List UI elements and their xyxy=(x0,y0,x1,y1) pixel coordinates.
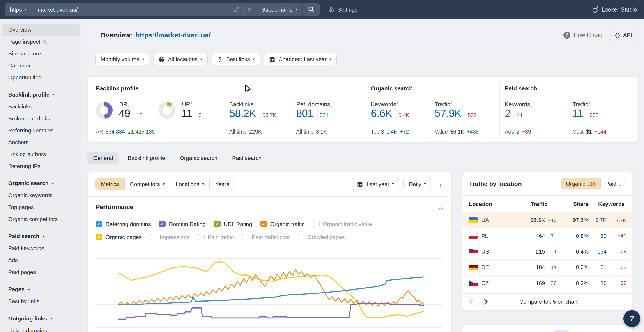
tab-organic-search[interactable]: Organic search xyxy=(174,152,223,164)
organic-value-line: Value $6.1K +438 xyxy=(434,128,479,135)
ref-domains-value[interactable]: 801 xyxy=(296,107,313,120)
divider xyxy=(243,6,244,13)
changes-filter-button[interactable]: Changes: Last year ▾ xyxy=(264,53,337,66)
flag-us-icon xyxy=(469,249,478,255)
api-button[interactable]: {} API xyxy=(610,29,638,41)
collapse-section-icon[interactable] xyxy=(438,205,443,212)
sidebar-section-outgoing-links[interactable]: Outgoing links▲ xyxy=(0,312,82,324)
sidebar-item-anchors[interactable]: Anchors xyxy=(0,136,82,148)
paid-traffic-value[interactable]: 11 xyxy=(572,107,583,120)
metric-legend-row-1: ✓Referring domains ✓Domain Rating ✓URL R… xyxy=(96,220,372,228)
sidebar-item-calendar[interactable]: Calendar xyxy=(0,60,82,72)
organic-keywords-by-intent-card: Organic keywords by intent Beta xyxy=(462,324,632,332)
location-row[interactable]: UA 56.5K +41 97.6% 5.7K −4.7K xyxy=(462,212,632,228)
paid-keywords-value[interactable]: 2 xyxy=(505,107,510,120)
ar-value[interactable]: 834,884 xyxy=(106,128,125,135)
protocol-dropdown[interactable]: https ▾ xyxy=(4,3,32,16)
checkbox-organic-traffic-value[interactable]: Organic traffic value xyxy=(313,220,372,227)
sidebar-item-site-structure[interactable]: Site structure xyxy=(0,48,82,60)
sidebar-item-ads[interactable]: Ads xyxy=(0,254,82,266)
open-external-icon[interactable] xyxy=(233,6,239,12)
location-row[interactable]: DE 184 −84 0.3% 61 −63 xyxy=(462,260,632,275)
scope-dropdown[interactable]: Subdomains ▾ xyxy=(256,3,302,16)
segment-competitors[interactable]: Competitors▾ xyxy=(124,178,170,190)
sidebar-item-best-by-links[interactable]: Best by links xyxy=(0,296,82,308)
settings-button[interactable]: ⚙ Settings xyxy=(329,6,358,14)
backlinks-value[interactable]: 58.2K xyxy=(229,107,256,120)
menu-icon[interactable]: ☰ xyxy=(90,31,96,39)
checkbox-crawled-pages[interactable]: Crawled pages xyxy=(298,234,345,240)
chevron-down-icon: ▾ xyxy=(424,182,426,186)
granularity-button[interactable]: Daily ▾ xyxy=(404,178,431,190)
toggle-paid[interactable]: Paid 1 xyxy=(600,178,626,189)
paid-search-section-title: Paid search xyxy=(505,85,537,92)
sidebar-item-top-pages[interactable]: Top pages xyxy=(0,202,82,213)
calendar-icon xyxy=(269,56,275,62)
location-row[interactable]: PL 464 +9 0.8% 60 −41 xyxy=(462,228,632,244)
tab-paid-search[interactable]: Paid search xyxy=(226,152,267,164)
prev-page-icon[interactable] xyxy=(469,298,473,305)
help-fab-button[interactable]: ? xyxy=(624,310,640,327)
checkbox-paid-traffic[interactable]: Paid traffic xyxy=(198,234,234,240)
checkbox-url-rating[interactable]: ✓URL Rating xyxy=(214,220,252,227)
chart-controls: Metrics Competitors▾ Locations▾ Years La… xyxy=(96,178,444,190)
sidebar-item-page-inspect[interactable]: Page inspect xyxy=(0,36,82,48)
target-url-link[interactable]: https://market-dveri.ua/ xyxy=(136,31,210,39)
sidebar-section-backlink-profile[interactable]: Backlink profile▲ xyxy=(0,89,82,100)
sidebar-item-linked-domains[interactable]: Linked domains xyxy=(0,324,82,332)
segment-years[interactable]: Years xyxy=(210,178,234,190)
next-page-icon[interactable] xyxy=(484,298,488,305)
sidebar-item-referring-domains[interactable]: Referring domains xyxy=(0,124,82,136)
search-button[interactable] xyxy=(302,3,320,16)
metric-legend-row-2: ✓Organic pages Impressions Paid traffic … xyxy=(96,233,344,241)
organic-traffic-value[interactable]: 57.9K xyxy=(434,107,461,120)
sidebar-item-backlinks[interactable]: Backlinks xyxy=(0,100,82,112)
clear-url-icon[interactable] xyxy=(247,7,252,12)
settings-label: Settings xyxy=(338,6,358,12)
tab-backlink-profile[interactable]: Backlink profile xyxy=(122,152,171,164)
sidebar-item-paid-keywords[interactable]: Paid keywords xyxy=(0,242,82,254)
tab-general[interactable]: General xyxy=(88,152,118,164)
target-url-input[interactable]: market-dveri.ua/ xyxy=(32,3,256,16)
sidebar-item-paid-pages[interactable]: Paid pages xyxy=(0,266,82,278)
segment-metrics[interactable]: Metrics xyxy=(96,178,124,190)
checkbox-organic-pages[interactable]: ✓Organic pages xyxy=(96,234,142,240)
checkbox-icon: ✓ xyxy=(214,220,220,227)
sidebar-section-organic-search[interactable]: Organic search▲ xyxy=(0,178,82,190)
sidebar-item-referring-ips[interactable]: Referring IPs xyxy=(0,160,82,172)
paid-ads-line: Ads 2 −39 xyxy=(505,128,531,135)
volume-filter-button[interactable]: Monthly volume ▾ xyxy=(96,53,150,66)
sidebar-item-broken-backlinks[interactable]: Broken backlinks xyxy=(0,112,82,124)
checkbox-organic-traffic[interactable]: ✓Organic traffic xyxy=(260,220,305,227)
locations-filter-button[interactable]: All locations ▾ xyxy=(153,53,208,66)
checkbox-icon xyxy=(313,220,319,227)
checkbox-paid-traffic-cost[interactable]: Paid traffic cost xyxy=(242,234,290,240)
sidebar-section-pages[interactable]: Pages▲ xyxy=(0,284,82,296)
best-links-filter-button[interactable]: Best links ▾ xyxy=(211,53,260,66)
segment-locations[interactable]: Locations▾ xyxy=(170,178,210,190)
period-button[interactable]: Last year ▾ xyxy=(352,178,399,190)
organic-keywords-value[interactable]: 6.6K xyxy=(371,107,392,120)
sidebar-item-overview[interactable]: Overview xyxy=(2,24,80,36)
checkbox-referring-domains[interactable]: ✓Referring domains xyxy=(96,220,151,227)
sidebar-section-paid-search[interactable]: Paid search▲ xyxy=(0,230,82,242)
compare-top5-link[interactable]: Compare top 5 on chart xyxy=(488,298,626,305)
backlinks-delta: +53.7K xyxy=(259,112,276,118)
collapse-triangle-icon: ▲ xyxy=(52,182,54,184)
more-options-icon[interactable]: ⋮ xyxy=(437,181,444,188)
looker-studio-button[interactable]: Looker Studio xyxy=(592,6,637,13)
url-control: https ▾ market-dveri.ua/ Subdomains ▾ xyxy=(4,3,320,16)
toggle-organic[interactable]: Organic 116 xyxy=(561,178,600,189)
looker-studio-label: Looker Studio xyxy=(602,6,637,13)
location-row[interactable]: US 215 −13 0.4% 134 −69 xyxy=(462,244,632,260)
how-to-use-button[interactable]: ? How to use xyxy=(563,31,602,38)
checkbox-impressions[interactable]: Impressions xyxy=(150,234,190,240)
sidebar-item-opportunities[interactable]: Opportunities xyxy=(0,72,82,84)
checkbox-domain-rating[interactable]: ✓Domain Rating xyxy=(159,220,206,227)
sidebar-item-organic-competitors[interactable]: Organic competitors xyxy=(0,213,82,225)
info-icon: i xyxy=(254,100,255,105)
sidebar-item-linking-authors[interactable]: Linking authors xyxy=(0,148,82,160)
page-title: Overview: xyxy=(100,31,133,39)
location-row[interactable]: CZ 169 −77 0.3% 25 −29 xyxy=(462,275,632,291)
sidebar-item-organic-keywords[interactable]: Organic keywords xyxy=(0,190,82,202)
